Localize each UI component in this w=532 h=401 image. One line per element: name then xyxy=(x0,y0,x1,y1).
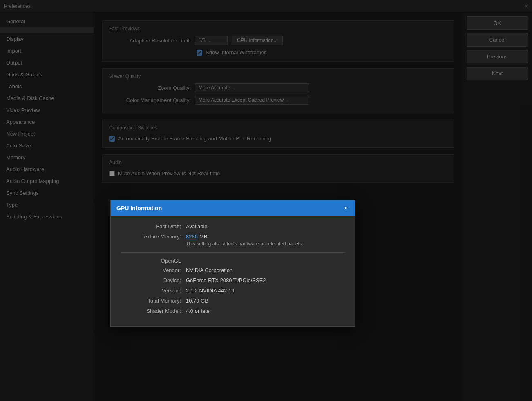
version-label: Version: xyxy=(121,287,186,294)
device-value: GeForce RTX 2080 Ti/PCIe/SSE2 xyxy=(186,277,266,283)
gpu-modal-body: Fast Draft: Available Texture Memory: 82… xyxy=(111,216,355,326)
vendor-label: Vendor: xyxy=(121,267,186,273)
texture-memory-value[interactable]: 8286 xyxy=(186,234,198,240)
gpu-modal-close-button[interactable]: × xyxy=(342,205,349,212)
texture-memory-unit: MB xyxy=(199,234,208,240)
texture-memory-row: Texture Memory: 8286 MB This setting als… xyxy=(121,234,345,247)
opengl-label: OpenGL xyxy=(121,258,186,264)
fast-draft-label: Fast Draft: xyxy=(121,223,186,229)
device-label: Device: xyxy=(121,277,186,283)
vendor-row: Vendor: NVIDIA Corporation xyxy=(121,267,345,273)
texture-memory-note: This setting also affects hardware-accel… xyxy=(186,241,303,247)
version-value: 2.1.2 NVIDIA 442.19 xyxy=(186,287,235,294)
device-row: Device: GeForce RTX 2080 Ti/PCIe/SSE2 xyxy=(121,277,345,283)
fast-draft-row: Fast Draft: Available xyxy=(121,223,345,229)
texture-memory-content: 8286 MB This setting also affects hardwa… xyxy=(186,234,303,247)
opengl-row: OpenGL xyxy=(121,258,345,264)
texture-memory-label: Texture Memory: xyxy=(121,234,186,240)
shader-model-row: Shader Model: 4.0 or later xyxy=(121,308,345,314)
gpu-divider xyxy=(121,252,345,253)
version-row: Version: 2.1.2 NVIDIA 442.19 xyxy=(121,287,345,294)
gpu-modal-title: GPU Information xyxy=(116,205,162,212)
gpu-modal-header: GPU Information × xyxy=(111,200,355,216)
total-memory-label: Total Memory: xyxy=(121,298,186,304)
vendor-value: NVIDIA Corporation xyxy=(186,267,232,273)
fast-draft-value: Available xyxy=(186,223,208,229)
total-memory-value: 10.79 GB xyxy=(186,298,208,304)
shader-model-label: Shader Model: xyxy=(121,308,186,314)
shader-model-value: 4.0 or later xyxy=(186,308,211,314)
gpu-information-modal: GPU Information × Fast Draft: Available … xyxy=(110,200,355,327)
total-memory-row: Total Memory: 10.79 GB xyxy=(121,298,345,304)
